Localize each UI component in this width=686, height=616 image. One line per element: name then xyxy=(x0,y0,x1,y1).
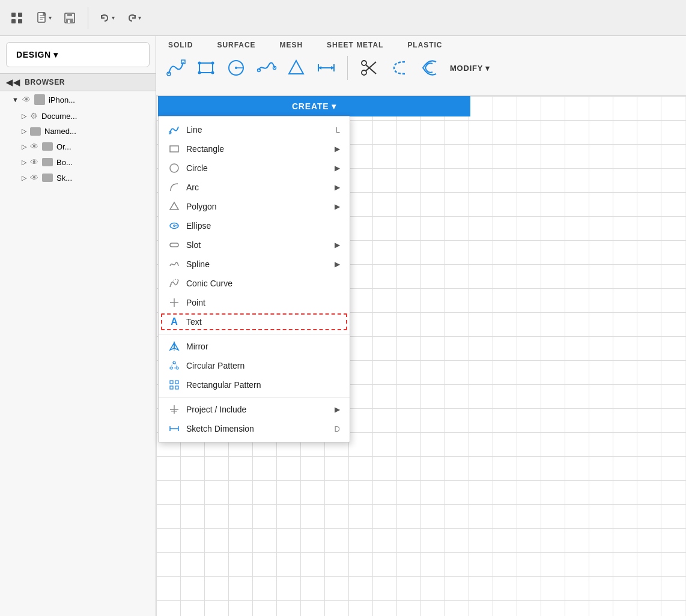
undo-icon[interactable]: ▾ xyxy=(96,7,117,29)
svg-rect-2 xyxy=(11,19,16,23)
circle-icon xyxy=(168,163,180,174)
menu-item-conic-curve[interactable]: Conic Curve xyxy=(159,274,350,293)
svg-rect-11 xyxy=(199,63,213,73)
ribbon-offset-tool[interactable] xyxy=(415,54,443,82)
eye-icon-bo[interactable]: 👁 xyxy=(30,157,38,167)
menu-item-mirror[interactable]: Mirror xyxy=(159,337,350,356)
svg-point-48 xyxy=(170,367,172,369)
folder-icon-iphone xyxy=(34,94,45,105)
menu-item-slot[interactable]: Slot ▶ xyxy=(159,235,350,255)
browser-item-bo[interactable]: ▷ 👁 Bo... xyxy=(0,154,156,170)
menu-label-arc: Arc xyxy=(186,183,199,192)
redo-icon[interactable]: ▾ xyxy=(122,7,144,29)
ribbon-polygon-tool[interactable] xyxy=(282,54,310,82)
conic-curve-icon xyxy=(168,278,180,289)
menu-item-circle[interactable]: Circle ▶ xyxy=(159,159,350,178)
create-label: CREATE ▾ xyxy=(292,101,336,111)
polygon-arrow-icon: ▶ xyxy=(335,202,340,211)
browser-collapse-icon[interactable]: ◀◀ xyxy=(6,77,20,87)
browser-label-document: Docume... xyxy=(41,112,77,121)
menu-item-project-include[interactable]: Project / Include ▶ xyxy=(159,400,350,419)
menu-item-arc[interactable]: Arc ▶ xyxy=(159,178,350,197)
toolbar-divider-1 xyxy=(88,7,88,29)
ribbon-circle-tool[interactable] xyxy=(222,54,250,82)
grid-icon[interactable] xyxy=(6,7,28,29)
menu-item-polygon[interactable]: Polygon ▶ xyxy=(159,197,350,216)
browser-title: BROWSER xyxy=(25,78,65,86)
ribbon: SOLID SURFACE MESH SHEET METAL PLASTIC xyxy=(156,36,686,96)
menu-label-circular-pattern: Circular Pattern xyxy=(186,361,244,370)
eye-icon-or[interactable]: 👁 xyxy=(30,142,38,151)
menu-label-polygon: Polygon xyxy=(186,202,217,211)
menu-item-point[interactable]: Point xyxy=(159,293,350,312)
expand-icon-document[interactable]: ▷ xyxy=(22,112,26,120)
ribbon-dimension-tool[interactable] xyxy=(312,54,340,82)
spline-icon xyxy=(168,259,180,270)
menu-item-spline[interactable]: Spline ▶ xyxy=(159,255,350,274)
svg-marker-21 xyxy=(289,61,303,74)
svg-rect-8 xyxy=(68,20,70,23)
design-button[interactable]: DESIGN ▾ xyxy=(6,42,150,67)
text-icon: A xyxy=(168,316,180,327)
save-icon[interactable] xyxy=(59,7,80,29)
modify-button[interactable]: MODIFY ▾ xyxy=(450,64,490,73)
svg-marker-44 xyxy=(174,343,178,350)
eye-icon-iphone[interactable]: 👁 xyxy=(22,95,31,104)
left-panel: DESIGN ▾ ◀◀ BROWSER ▼ 👁 iPhon... ▷ ⚙ Doc… xyxy=(0,36,156,616)
tab-solid[interactable]: SOLID xyxy=(168,41,193,49)
tab-plastic[interactable]: PLASTIC xyxy=(407,41,442,49)
tab-mesh[interactable]: MESH xyxy=(280,41,303,49)
browser-label-sk: Sk... xyxy=(56,174,72,183)
expand-icon-bo[interactable]: ▷ xyxy=(22,159,26,166)
line-shortcut: L xyxy=(336,125,340,134)
browser-item-iphone[interactable]: ▼ 👁 iPhon... xyxy=(0,91,156,108)
svg-rect-51 xyxy=(175,381,178,384)
ribbon-spline-tool[interactable] xyxy=(252,54,280,82)
circular-pattern-icon xyxy=(168,360,180,371)
browser-item-sk[interactable]: ▷ 👁 Sk... xyxy=(0,170,156,186)
menu-item-rectangle[interactable]: Rectangle ▶ xyxy=(159,139,350,159)
svg-point-15 xyxy=(211,71,214,74)
rectangular-pattern-icon xyxy=(168,379,180,390)
menu-item-circular-pattern[interactable]: Circular Pattern xyxy=(159,356,350,375)
tab-surface[interactable]: SURFACE xyxy=(217,41,255,49)
menu-label-ellipse: Ellipse xyxy=(186,221,211,231)
svg-point-47 xyxy=(176,367,178,369)
menu-item-rectangular-pattern[interactable]: Rectangular Pattern xyxy=(159,375,350,394)
menu-item-text[interactable]: A Text xyxy=(159,312,350,331)
menu-item-ellipse[interactable]: Ellipse xyxy=(159,216,350,235)
ellipse-icon xyxy=(168,220,180,231)
ribbon-scissors-tool[interactable] xyxy=(355,54,383,82)
menu-label-conic-curve: Conic Curve xyxy=(186,279,232,288)
ribbon-rectangle-tool[interactable] xyxy=(192,54,220,82)
svg-point-33 xyxy=(170,164,178,172)
svg-rect-50 xyxy=(170,381,173,384)
svg-marker-34 xyxy=(170,202,178,210)
browser-item-document[interactable]: ▷ ⚙ Docume... xyxy=(0,108,156,124)
menu-item-line[interactable]: Line L xyxy=(159,120,350,139)
browser-item-or[interactable]: ▷ 👁 Or... xyxy=(0,139,156,154)
svg-rect-38 xyxy=(170,243,178,247)
ribbon-line-tool[interactable] xyxy=(162,54,190,82)
project-include-icon xyxy=(168,404,180,415)
menu-item-sketch-dimension[interactable]: Sketch Dimension D xyxy=(159,419,350,438)
browser-header: ◀◀ BROWSER xyxy=(0,73,156,91)
document-icon[interactable]: ▾ xyxy=(32,7,54,29)
spline-arrow-icon: ▶ xyxy=(335,260,340,268)
tab-sheet-metal[interactable]: SHEET METAL xyxy=(327,41,383,49)
design-label: DESIGN ▾ xyxy=(16,50,58,59)
menu-label-text: Text xyxy=(186,317,202,327)
browser-item-named[interactable]: ▷ Named... xyxy=(0,124,156,139)
expand-icon-or[interactable]: ▷ xyxy=(22,143,26,151)
create-button[interactable]: CREATE ▾ xyxy=(158,96,470,116)
ribbon-trim-tool[interactable] xyxy=(385,54,413,82)
expand-icon-iphone[interactable]: ▼ xyxy=(12,96,19,103)
polygon-icon xyxy=(168,201,180,212)
eye-icon-sk[interactable]: 👁 xyxy=(30,173,38,183)
expand-icon-sk[interactable]: ▷ xyxy=(22,174,26,182)
gear-icon-document: ⚙ xyxy=(30,111,38,121)
svg-point-14 xyxy=(198,71,201,74)
mirror-icon xyxy=(168,341,180,352)
expand-icon-named[interactable]: ▷ xyxy=(22,127,26,135)
menu-separator-1 xyxy=(159,334,350,334)
